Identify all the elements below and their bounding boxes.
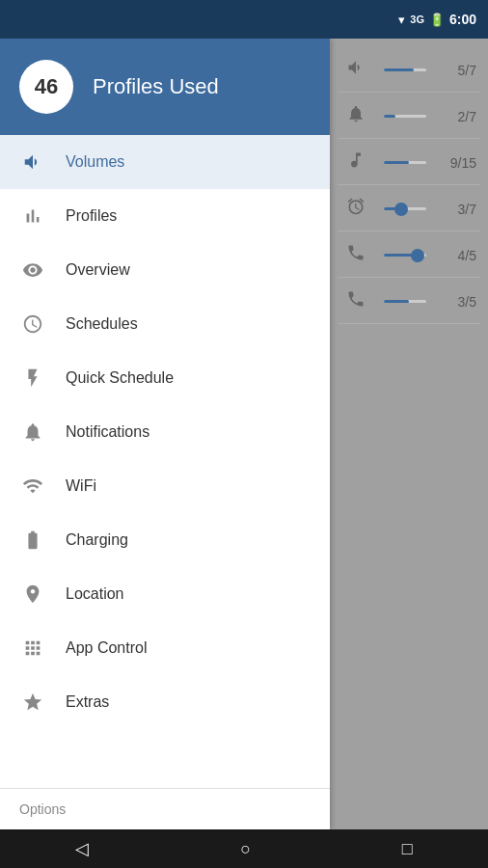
alarm-volume-thumb xyxy=(394,203,408,216)
volume-row-phone: 4/5 xyxy=(338,233,480,278)
sidebar-item-label-charging: Charging xyxy=(66,531,128,549)
sidebar-item-wifi[interactable]: WiFi xyxy=(0,459,330,513)
sidebar-item-label-schedules: Schedules xyxy=(66,315,138,333)
volume-row-media: 5/7 xyxy=(338,48,480,93)
alarm-volume-value: 3/7 xyxy=(440,202,476,217)
media-volume-fill xyxy=(384,68,414,71)
media-volume-value: 5/7 xyxy=(440,63,476,78)
alarm-volume-track xyxy=(384,207,426,210)
app-control-icon xyxy=(19,637,46,659)
volume-row-ringtone: 3/5 xyxy=(338,280,480,324)
alarm-volume-icon xyxy=(341,197,370,221)
home-button[interactable]: ○ xyxy=(226,834,265,864)
status-bar: ▾ 3G 🔋 6:00 xyxy=(0,0,488,39)
notification-volume-icon xyxy=(341,104,370,128)
notification-volume-value: 2/7 xyxy=(440,109,476,124)
sidebar-item-label-notifications: Notifications xyxy=(66,423,149,441)
sidebar-header: 46 Profiles Used xyxy=(0,39,330,135)
profile-count-badge: 46 xyxy=(19,60,73,114)
notification-volume-fill xyxy=(384,115,395,118)
profiles-icon xyxy=(19,205,46,227)
quick-schedule-icon xyxy=(19,367,46,389)
sidebar-footer[interactable]: Options xyxy=(0,788,330,829)
sidebar-item-extras[interactable]: Extras xyxy=(0,675,330,729)
phone-volume-fill xyxy=(384,254,418,257)
status-icons: ▾ 3G 🔋 6:00 xyxy=(398,12,476,27)
music-volume-fill xyxy=(384,161,409,164)
sidebar-item-label-app-control: App Control xyxy=(66,639,148,657)
overview-icon xyxy=(19,259,46,281)
media-volume-track xyxy=(384,68,426,71)
wifi-status-icon: ▾ xyxy=(398,13,405,27)
sidebar-item-label-volumes: Volumes xyxy=(66,153,124,171)
header-title: Profiles Used xyxy=(93,74,219,99)
sidebar-item-label-profiles: Profiles xyxy=(66,207,117,225)
back-button[interactable]: ◁ xyxy=(61,833,103,864)
music-volume-value: 9/15 xyxy=(440,155,476,171)
sidebar-item-label-quick-schedule: Quick Schedule xyxy=(66,369,174,387)
options-label: Options xyxy=(19,801,66,817)
nav-list: Volumes Profiles Overview xyxy=(0,135,330,788)
sidebar-item-volumes[interactable]: Volumes xyxy=(0,135,330,189)
volumes-icon xyxy=(19,151,46,173)
sidebar-item-profiles[interactable]: Profiles xyxy=(0,189,330,243)
music-volume-icon xyxy=(341,150,370,175)
bottom-nav-bar: ◁ ○ □ xyxy=(0,829,488,868)
charging-icon xyxy=(19,529,46,551)
schedules-icon xyxy=(19,313,46,335)
sidebar-item-schedules[interactable]: Schedules xyxy=(0,297,330,351)
phone-volume-track xyxy=(384,254,426,257)
ringtone-volume-fill xyxy=(384,300,409,303)
media-volume-icon xyxy=(341,58,370,82)
wifi-icon xyxy=(19,475,46,497)
sidebar-item-label-location: Location xyxy=(66,585,124,603)
sidebar-item-label-overview: Overview xyxy=(66,261,130,279)
alarm-volume-fill xyxy=(384,207,401,210)
volume-row-alarm: 3/7 xyxy=(338,187,480,231)
music-volume-track xyxy=(384,161,426,164)
recents-button[interactable]: □ xyxy=(388,834,427,864)
phone-volume-thumb xyxy=(411,249,424,262)
main-layout: 46 Profiles Used Volumes Profiles xyxy=(0,39,488,829)
phone-volume-value: 4/5 xyxy=(440,248,476,263)
network-type: 3G xyxy=(410,14,424,25)
battery-icon: 🔋 xyxy=(429,13,445,27)
ringtone-volume-value: 3/5 xyxy=(440,294,476,310)
sidebar-item-overview[interactable]: Overview xyxy=(0,243,330,297)
sidebar: 46 Profiles Used Volumes Profiles xyxy=(0,39,330,829)
status-time: 6:00 xyxy=(449,12,476,27)
volume-row-notification: 2/7 xyxy=(338,95,480,139)
location-icon xyxy=(19,583,46,605)
ringtone-volume-icon xyxy=(341,289,370,313)
notification-volume-track xyxy=(384,115,426,118)
volume-row-music: 9/15 xyxy=(338,141,480,185)
sidebar-item-label-wifi: WiFi xyxy=(66,477,96,495)
sidebar-item-quick-schedule[interactable]: Quick Schedule xyxy=(0,351,330,405)
extras-icon xyxy=(19,692,46,713)
ringtone-volume-track xyxy=(384,300,426,303)
sidebar-item-label-extras: Extras xyxy=(66,693,109,711)
right-panel: 5/7 2/7 9/15 xyxy=(330,39,488,829)
phone-volume-icon xyxy=(341,243,370,267)
notifications-icon xyxy=(19,421,46,443)
sidebar-item-charging[interactable]: Charging xyxy=(0,513,330,567)
sidebar-item-location[interactable]: Location xyxy=(0,567,330,621)
sidebar-item-app-control[interactable]: App Control xyxy=(0,621,330,675)
sidebar-item-notifications[interactable]: Notifications xyxy=(0,405,330,459)
